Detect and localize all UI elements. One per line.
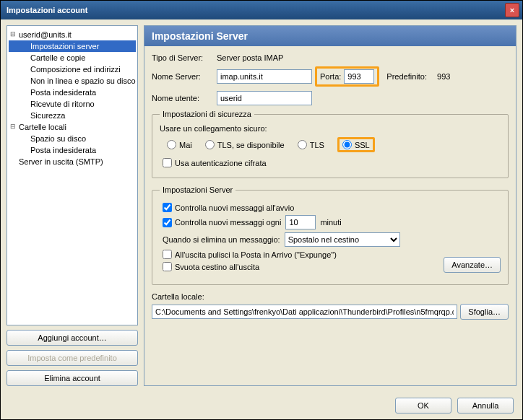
titlebar: Impostazioni account × [1, 1, 522, 19]
content-area: userid@units.it Impostazioni server Cart… [1, 19, 522, 392]
expunge-checkbox[interactable]: All'uscita pulisci la Posta in Arrivo ("… [163, 250, 337, 259]
server-name-label: Nome Server: [152, 72, 214, 81]
check-every-checkbox[interactable]: Controlla nuovi messaggi ogni [163, 218, 281, 227]
port-label: Porta: [320, 72, 341, 81]
server-fieldset: Impostazioni Server Controlla nuovi mess… [152, 185, 509, 285]
account-root[interactable]: userid@units.it [9, 29, 136, 40]
radio-never[interactable]: Mai [167, 140, 192, 149]
local-folder-input[interactable] [152, 305, 457, 319]
radio-ssl[interactable]: SSL [342, 140, 370, 149]
cancel-button[interactable]: Annulla [457, 398, 514, 414]
minutes-label: minuti [320, 218, 341, 227]
server-type-value: Server posta IMAP [217, 53, 283, 62]
main-panel: Impostazioni Server Tipo di Server: Serv… [144, 25, 516, 386]
check-start-checkbox[interactable]: Controlla nuovi messaggi all'avvio [163, 203, 294, 212]
panel-body: Tipo di Server: Server posta IMAP Nome S… [144, 46, 516, 386]
tree-item-junk-local[interactable]: Posta indesiderata [9, 144, 136, 156]
secure-conn-radios: Mai TLS, se disponibile TLS SSL [167, 137, 501, 152]
sidebar: userid@units.it Impostazioni server Cart… [7, 25, 138, 386]
window-title: Impostazioni account [4, 6, 505, 14]
tree-item-receipts[interactable]: Ricevute di ritorno [9, 98, 136, 110]
secure-auth-checkbox[interactable]: Usa autenticazione cifrata [163, 158, 267, 167]
ssl-highlight: SSL [337, 137, 375, 152]
local-folders-root[interactable]: Cartelle locali [9, 121, 136, 133]
ok-button[interactable]: OK [395, 398, 451, 414]
security-fieldset: Impostazioni di sicurezza Usare un colle… [152, 110, 509, 178]
tree-item-composizione[interactable]: Composizione ed indirizzi [9, 64, 136, 75]
tree-item-offline[interactable]: Non in linea e spazio su disco [9, 75, 136, 87]
close-icon[interactable]: × [505, 3, 519, 17]
port-input[interactable] [344, 69, 374, 84]
username-label: Nome utente: [152, 94, 214, 102]
remove-account-button[interactable]: Elimina account [7, 370, 138, 386]
server-legend: Impostazioni Server [160, 185, 235, 194]
tree-item-impostazioni-server[interactable]: Impostazioni server [9, 40, 136, 52]
tree-item-security[interactable]: Sicurezza [9, 110, 136, 121]
default-port-value: 993 [437, 72, 450, 81]
set-default-button: Imposta come predefinito [7, 350, 138, 366]
empty-trash-checkbox[interactable]: Svuota cestino all'uscita [163, 262, 259, 271]
check-interval-input[interactable] [285, 215, 316, 229]
server-name-input[interactable] [217, 69, 312, 84]
tree-item-smtp[interactable]: Server in uscita (SMTP) [9, 156, 136, 167]
delete-label: Quando si elimina un messaggio: [163, 235, 280, 244]
account-tree[interactable]: userid@units.it Impostazioni server Cart… [7, 25, 138, 325]
secure-conn-label: Usare un collegamento sicuro: [160, 124, 501, 133]
delete-action-select[interactable]: Spostalo nel cestino [285, 232, 400, 247]
tree-item-cartelle-copie[interactable]: Cartelle e copie [9, 52, 136, 64]
browse-button[interactable]: Sfoglia… [460, 304, 509, 320]
dialog-footer: OK Annulla [1, 392, 522, 419]
panel-header: Impostazioni Server [144, 25, 516, 46]
default-port-label: Predefinito: [386, 72, 427, 81]
username-input[interactable] [217, 91, 312, 105]
radio-tls[interactable]: TLS [298, 140, 324, 149]
server-type-label: Tipo di Server: [152, 53, 214, 62]
tree-item-disk-space[interactable]: Spazio su disco [9, 133, 136, 144]
radio-tls-avail[interactable]: TLS, se disponibile [205, 140, 285, 149]
local-folder-label: Cartella locale: [152, 292, 509, 301]
port-highlight: Porta: [315, 66, 379, 87]
tree-item-junk[interactable]: Posta indesiderata [9, 87, 136, 98]
account-settings-window: Impostazioni account × userid@units.it I… [0, 0, 523, 420]
security-legend: Impostazioni di sicurezza [160, 110, 254, 118]
advanced-button[interactable]: Avanzate… [444, 257, 501, 273]
add-account-button[interactable]: Aggiungi account… [7, 330, 138, 346]
